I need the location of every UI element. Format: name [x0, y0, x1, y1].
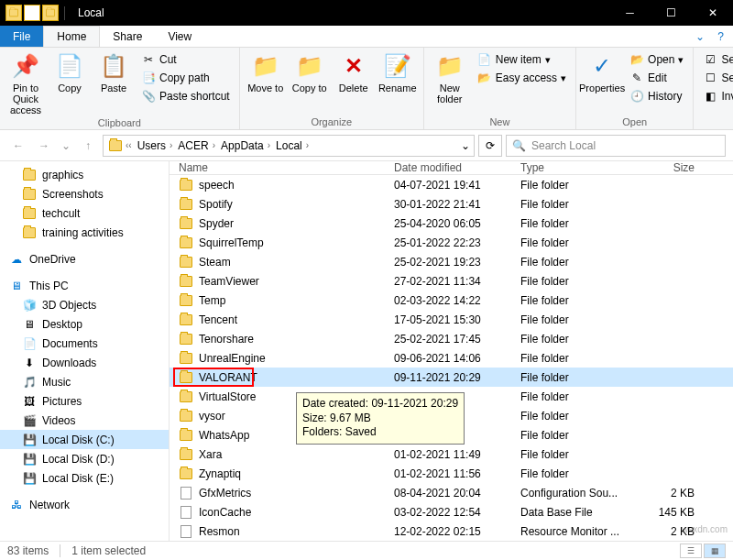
- item-icon: 💾: [22, 433, 37, 447]
- collapse-ribbon-button[interactable]: ⌄: [695, 30, 705, 43]
- table-row[interactable]: UnrealEngine09-06-2021 14:06File folder: [170, 348, 733, 368]
- table-row[interactable]: Spotify30-01-2022 21:41File folder: [170, 194, 733, 214]
- table-row[interactable]: TeamViewer27-02-2021 11:34File folder: [170, 271, 733, 291]
- search-input[interactable]: 🔍 Search Local: [506, 135, 726, 157]
- maximize-button[interactable]: ☐: [651, 0, 692, 26]
- table-row[interactable]: speech04-07-2021 19:41File folder: [170, 175, 733, 194]
- forward-button[interactable]: →: [33, 135, 55, 157]
- easyaccess-button[interactable]: 📂Easy access ▾: [474, 70, 570, 86]
- table-row[interactable]: VALORANT09-11-2021 20:29File folder: [170, 368, 733, 387]
- folder-icon: [179, 216, 193, 231]
- shortcut-button[interactable]: 📎Paste shortcut: [137, 88, 234, 104]
- sidebar-item[interactable]: 💾Local Disk (D:): [0, 449, 169, 468]
- paste-button[interactable]: 📋Paste: [93, 49, 134, 93]
- sidebar-item[interactable]: 🎬Videos: [0, 411, 169, 430]
- pin-button[interactable]: 📌Pin to Quick access: [5, 49, 46, 115]
- chevron-down-icon[interactable]: ⌄: [461, 139, 470, 152]
- sidebar-item[interactable]: Screenshots: [0, 184, 169, 203]
- history-icon: 🕘: [629, 89, 644, 104]
- sidebar-item[interactable]: 🖧Network: [0, 495, 169, 514]
- tab-home[interactable]: Home: [43, 26, 100, 47]
- table-row[interactable]: IconCache03-02-2022 12:54Data Base File1…: [170, 502, 733, 522]
- rename-icon: 📝: [383, 51, 412, 81]
- copy-button[interactable]: 📄Copy: [49, 49, 90, 93]
- table-row[interactable]: Resmon12-02-2022 02:15Resource Monitor .…: [170, 522, 733, 541]
- sidebar-item[interactable]: 🎵Music: [0, 372, 169, 391]
- pc-icon: 🖥: [9, 279, 24, 293]
- sidebar-item[interactable]: 💾Local Disk (E:): [0, 468, 169, 488]
- sidebar-item[interactable]: 🖼Pictures: [0, 391, 169, 411]
- cut-icon: ✂: [141, 52, 156, 67]
- folder-icon: [179, 467, 193, 481]
- moveto-button[interactable]: 📁Move to: [246, 49, 286, 93]
- refresh-button[interactable]: ⟳: [478, 135, 502, 157]
- folder-icon: [179, 390, 193, 404]
- delete-button[interactable]: ✕Delete: [334, 49, 374, 93]
- table-row[interactable]: Temp02-03-2022 14:22File folder: [170, 291, 733, 310]
- recent-button[interactable]: ⌄: [59, 135, 73, 157]
- open-button[interactable]: 📂Open ▾: [626, 51, 687, 68]
- crumb-appdata[interactable]: AppData›: [219, 139, 272, 152]
- file-icon: [179, 524, 193, 539]
- edit-icon: ✎: [629, 71, 644, 85]
- close-button[interactable]: ✕: [692, 0, 733, 26]
- sidebar-item[interactable]: 🧊3D Objects: [0, 295, 169, 314]
- net-icon: 🖧: [9, 498, 24, 512]
- selectnone-button[interactable]: ☐Select none: [699, 70, 733, 86]
- table-row[interactable]: Xara01-02-2021 11:49File folder: [170, 445, 733, 464]
- newfolder-button[interactable]: 📁New folder: [430, 49, 470, 104]
- checkbox-icon[interactable]: ✓: [24, 5, 40, 21]
- tab-file[interactable]: File: [0, 26, 43, 47]
- rename-button[interactable]: 📝Rename: [377, 49, 418, 93]
- sidebar-item[interactable]: 💾Local Disk (C:): [0, 430, 169, 449]
- history-button[interactable]: 🕘History: [626, 88, 687, 104]
- sidebar-item[interactable]: graphics: [0, 165, 169, 184]
- sidebar-item[interactable]: 🖥This PC: [0, 276, 169, 295]
- properties-button[interactable]: ✓Properties: [582, 49, 622, 93]
- file-icon: [179, 486, 193, 500]
- copypath-button[interactable]: 📑Copy path: [137, 70, 234, 86]
- edit-button[interactable]: ✎Edit: [626, 70, 687, 86]
- titlebar: ✓ Local ─ ☐ ✕: [0, 0, 733, 26]
- app-icon: [5, 5, 22, 21]
- table-row[interactable]: Tenorshare25-02-2021 17:45File folder: [170, 329, 733, 348]
- table-row[interactable]: Tencent17-05-2021 15:30File folder: [170, 310, 733, 329]
- sidebar-item[interactable]: ☁OneDrive: [0, 249, 169, 269]
- item-icon: 📄: [22, 336, 37, 351]
- sidebar-item[interactable]: 📄Documents: [0, 334, 169, 353]
- header-size[interactable]: Size: [630, 161, 704, 174]
- copyto-button[interactable]: 📁Copy to: [290, 49, 330, 93]
- crumb-acer[interactable]: ACER›: [176, 139, 217, 152]
- sidebar-item[interactable]: 🖥Desktop: [0, 314, 169, 334]
- thumbnails-view-button[interactable]: ▦: [704, 544, 726, 558]
- item-icon: 🖥: [22, 317, 37, 332]
- invert-button[interactable]: ◧Invert selection: [699, 88, 733, 104]
- fold-icon: [22, 206, 37, 221]
- details-view-button[interactable]: ☰: [680, 544, 702, 558]
- selectall-button[interactable]: ☑Select all: [699, 51, 733, 68]
- back-button[interactable]: ←: [7, 135, 29, 157]
- header-type[interactable]: Type: [520, 161, 630, 174]
- folder-icon: [179, 313, 193, 327]
- cut-button[interactable]: ✂Cut: [137, 51, 234, 68]
- sidebar-item[interactable]: techcult: [0, 203, 169, 223]
- crumb-users[interactable]: Users›: [136, 139, 175, 152]
- help-button[interactable]: ?: [717, 30, 724, 43]
- table-row[interactable]: SquirrelTemp25-01-2022 22:23File folder: [170, 233, 733, 252]
- table-row[interactable]: GfxMetrics08-04-2021 20:04Configuration …: [170, 483, 733, 502]
- breadcrumb[interactable]: ‹‹ Users› ACER› AppData› Local› ⌄: [103, 135, 475, 157]
- copy-icon: 📄: [55, 51, 84, 81]
- table-row[interactable]: Steam25-02-2021 19:23File folder: [170, 252, 733, 271]
- newitem-button[interactable]: 📄New item ▾: [474, 51, 570, 68]
- table-row[interactable]: Zynaptiq01-02-2021 11:56File folder: [170, 464, 733, 483]
- minimize-button[interactable]: ─: [609, 0, 651, 26]
- up-button[interactable]: ↑: [77, 135, 99, 157]
- sidebar-item[interactable]: training activities: [0, 223, 169, 242]
- table-row[interactable]: Spyder25-04-2020 06:05File folder: [170, 214, 733, 233]
- tab-view[interactable]: View: [155, 26, 204, 47]
- header-name[interactable]: Name: [170, 161, 394, 174]
- tab-share[interactable]: Share: [100, 26, 155, 47]
- header-date[interactable]: Date modified: [394, 161, 520, 174]
- sidebar-item[interactable]: ⬇Downloads: [0, 353, 169, 372]
- crumb-local[interactable]: Local›: [274, 139, 311, 152]
